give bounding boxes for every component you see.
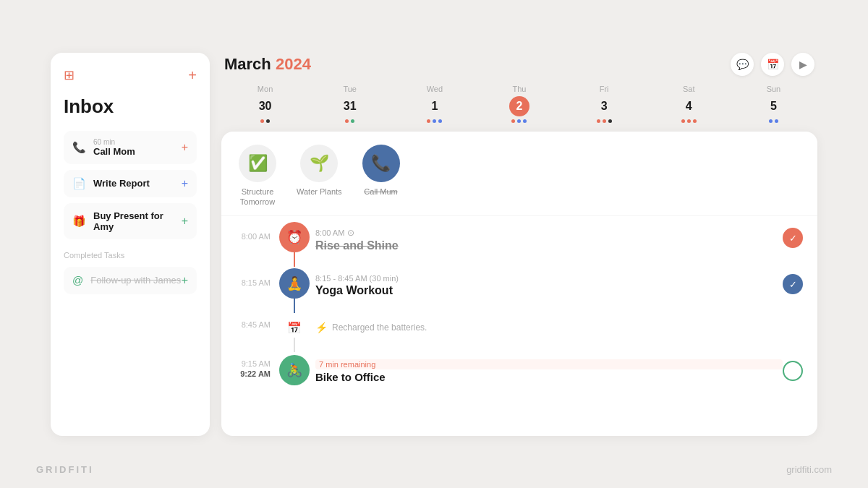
completed-section: Completed Tasks @ Follow-up with James +: [64, 251, 197, 294]
event-title-yoga: Yoga Workout: [315, 284, 783, 297]
quick-task-circle: ✅: [239, 145, 276, 182]
day-dots: [597, 119, 612, 123]
sidebar-add-button[interactable]: +: [188, 67, 197, 84]
chat-icon-button[interactable]: 💬: [731, 53, 754, 76]
day-dots: [260, 119, 270, 123]
check-button-bike[interactable]: [783, 361, 803, 381]
day-number: 4: [678, 96, 699, 116]
quick-task-circle: 🌱: [300, 145, 338, 182]
day-tue[interactable]: Tue 31: [307, 85, 392, 123]
calendar-header: March 2024 💬 📅 ▶: [221, 53, 817, 76]
day-number: 3: [594, 96, 614, 116]
calendar-title: March 2024: [224, 55, 311, 74]
sidebar: ⊞ + Inbox 📞 60 min Call Mom + 📄 Write Re…: [51, 53, 210, 436]
day-number: 5: [763, 96, 783, 116]
time-label: 8:15 AM: [242, 278, 271, 287]
time-label: 9:15 AM: [236, 359, 271, 368]
days-row: Mon 30 Tue 31 Wed 1: [221, 85, 817, 123]
task-write-report[interactable]: 📄 Write Report +: [64, 170, 197, 197]
time-label-bold: 9:22 AM: [236, 369, 271, 378]
day-dots: [511, 119, 527, 123]
quick-task-structure[interactable]: ✅ StructureTomorrow: [239, 145, 276, 207]
event-circle-rise-shine: ⏰: [279, 222, 310, 252]
quick-task-label: StructureTomorrow: [240, 187, 275, 207]
document-icon: 📄: [72, 177, 86, 190]
task-name: Call Mom: [93, 146, 135, 157]
task-add-button[interactable]: +: [182, 141, 188, 154]
play-icon-button[interactable]: ▶: [791, 53, 814, 76]
quick-task-label: Water Plants: [297, 187, 342, 197]
day-wed[interactable]: Wed 1: [392, 85, 477, 123]
day-fri[interactable]: Fri 3: [562, 85, 647, 123]
day-sun[interactable]: Sun 5: [731, 85, 816, 123]
content-panel: ✅ StructureTomorrow 🌱 Water Plants 📞 Cal…: [221, 132, 817, 436]
gift-icon: 🎁: [72, 215, 86, 228]
main-area: March 2024 💬 📅 ▶ Mon 30 Tue 31: [221, 53, 817, 436]
task-name: Write Report: [93, 178, 150, 189]
event-circle-bike: 🚴: [279, 355, 310, 385]
completed-label: Completed Tasks: [64, 251, 197, 260]
brand-left: GRIDFITI: [36, 464, 94, 475]
day-label: Tue: [343, 85, 357, 93]
day-label: Thu: [513, 85, 527, 93]
day-number-today: 2: [509, 96, 529, 116]
day-label: Sat: [683, 85, 695, 93]
quick-task-water-plants[interactable]: 🌱 Water Plants: [297, 145, 342, 207]
day-sat[interactable]: Sat 4: [647, 85, 731, 123]
calendar-icon-button[interactable]: 📅: [761, 53, 784, 76]
day-label: Wed: [427, 85, 443, 93]
event-title-rise-shine: Rise and Shine: [315, 239, 783, 252]
sidebar-toggle-icon: ⊞: [64, 67, 75, 83]
task-add-button[interactable]: +: [182, 274, 188, 287]
day-label: Sun: [767, 85, 781, 93]
day-dots: [769, 119, 778, 123]
task-call-mom[interactable]: 📞 60 min Call Mom +: [64, 131, 197, 164]
task-name: Buy Present for Amy: [93, 210, 182, 232]
inbox-title: Inbox: [64, 95, 197, 118]
day-dots: [681, 119, 697, 123]
event-circle-yoga: 🧘: [279, 268, 310, 299]
check-button-rise-shine[interactable]: ✓: [783, 228, 803, 248]
check-button-yoga[interactable]: ✓: [783, 274, 803, 294]
day-label: Mon: [258, 85, 273, 93]
quick-task-circle: 📞: [362, 145, 400, 182]
day-number: 1: [425, 96, 445, 116]
brand-right: gridfiti.com: [786, 464, 832, 475]
at-icon: @: [72, 274, 83, 286]
quick-task-call-mum[interactable]: 📞 Call Mum: [362, 145, 400, 207]
header-icons: 💬 📅 ▶: [731, 53, 814, 76]
event-time: 8:00 AM ⊙: [315, 228, 783, 238]
event-time: 8:15 - 8:45 AM (30 min): [315, 274, 783, 283]
footer: GRIDFITI gridfiti.com: [36, 464, 832, 475]
time-label: 8:45 AM: [242, 320, 271, 329]
task-name: Follow-up with James: [90, 275, 181, 286]
day-label: Fri: [600, 85, 609, 93]
task-add-button[interactable]: +: [182, 177, 188, 190]
event-badge: 7 min remaining: [315, 359, 783, 369]
day-thu[interactable]: Thu 2: [477, 85, 561, 123]
day-number: 31: [340, 96, 360, 116]
task-add-button[interactable]: +: [182, 215, 188, 228]
phone-icon: 📞: [72, 141, 86, 154]
time-label: 8:00 AM: [242, 232, 271, 241]
task-follow-up[interactable]: @ Follow-up with James +: [64, 267, 197, 294]
timeline: 8:00 AM ⏰ 8:00 AM ⊙ Rise and Shine ✓: [221, 216, 817, 435]
event-note: ⚡ Recharged the batteries.: [315, 322, 783, 333]
day-mon[interactable]: Mon 30: [223, 85, 307, 123]
calendar-note-icon: 📅: [279, 317, 310, 338]
day-dots: [345, 119, 354, 123]
quick-task-label: Call Mum: [364, 187, 397, 197]
quick-tasks-row: ✅ StructureTomorrow 🌱 Water Plants 📞 Cal…: [221, 132, 817, 217]
event-title-bike: Bike to Office: [315, 371, 783, 383]
task-buy-present[interactable]: 🎁 Buy Present for Amy +: [64, 203, 197, 239]
sidebar-header: ⊞ +: [64, 67, 197, 84]
task-duration: 60 min: [93, 138, 135, 146]
day-dots: [427, 119, 442, 123]
day-number: 30: [255, 96, 276, 116]
